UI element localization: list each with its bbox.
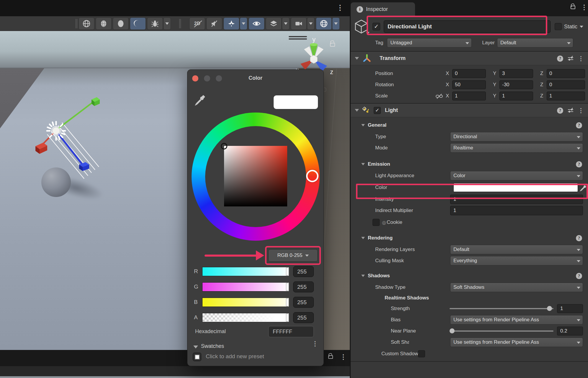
debug-mode-dropdown[interactable] (163, 17, 171, 30)
static-checkbox[interactable] (555, 23, 562, 30)
help-icon[interactable]: ? (557, 107, 563, 114)
light-appearance-dropdown[interactable]: Color (450, 171, 583, 180)
effects-dropdown[interactable] (240, 17, 247, 30)
panel-menu-kebab-icon[interactable]: ⋮ (340, 353, 347, 361)
constrain-proportions-icon[interactable] (436, 93, 443, 99)
audio-toggle-button[interactable] (206, 17, 222, 30)
strength-field[interactable]: 1 (557, 304, 583, 313)
alpha-value-field[interactable]: 255 (293, 312, 314, 323)
soft-shadows-quality-dropdown[interactable]: Use settings from Render Pipeline Ass (450, 338, 583, 347)
intensity-field[interactable]: 1 (450, 195, 583, 204)
shadows-section-header[interactable]: Shadows ? (351, 271, 588, 281)
red-slider-thumb[interactable] (286, 268, 289, 276)
scene-sphere-object[interactable] (41, 167, 71, 197)
general-section-header[interactable]: General ? (351, 120, 588, 130)
toolbar-drag-handle[interactable] (76, 19, 77, 28)
light-color-swatch[interactable] (453, 183, 578, 192)
light-enabled-checkbox[interactable]: ✓ (374, 107, 381, 114)
help-icon[interactable]: ? (576, 161, 582, 167)
help-icon[interactable]: ? (576, 122, 582, 128)
light-component-header[interactable]: ✓ Light ? ⋮ (351, 104, 588, 117)
layers-dropdown[interactable] (282, 17, 290, 30)
shadow-type-dropdown[interactable]: Soft Shadows (450, 283, 583, 292)
scale-x-field[interactable]: 1 (452, 92, 486, 100)
gameobject-name-field[interactable]: Directional Light (384, 20, 551, 33)
swatches-label[interactable]: Swatches (201, 343, 224, 349)
help-icon[interactable]: ? (576, 273, 582, 279)
presets-icon[interactable] (567, 107, 574, 114)
effects-toggle-button[interactable] (223, 17, 239, 30)
tab-inspector[interactable]: i Inspector (351, 2, 415, 16)
rotation-y-field[interactable]: -30 (499, 80, 533, 89)
saturation-value-square[interactable] (224, 146, 287, 206)
inspector-menu-kebab-icon[interactable]: ⋮ (581, 4, 587, 11)
swatches-foldout-icon[interactable] (193, 346, 198, 348)
transform-component-header[interactable]: Transform ? ⋮ (351, 52, 588, 65)
rotation-x-field[interactable]: 50 (452, 80, 486, 89)
inspector-lock-icon[interactable] (571, 6, 575, 9)
near-plane-field[interactable]: 0.2 (557, 327, 583, 335)
alpha-slider[interactable] (202, 313, 289, 322)
zoom-button[interactable] (216, 75, 222, 82)
cookie-checkbox[interactable] (373, 219, 380, 226)
eyedropper-tool-icon[interactable] (194, 94, 205, 106)
swatches-menu-kebab-icon[interactable]: ⋮ (312, 340, 318, 347)
2d-view-toggle-button[interactable]: 2D (189, 17, 205, 30)
scale-y-field[interactable]: 1 (499, 92, 533, 100)
rotation-z-field[interactable]: 0 (547, 80, 585, 89)
layers-button[interactable] (266, 17, 282, 30)
position-y-field[interactable]: 3 (499, 69, 533, 78)
hexadecimal-field[interactable]: FFFFFF (268, 326, 314, 337)
panel-lock-icon[interactable] (328, 355, 333, 359)
indirect-multiplier-field[interactable]: 1 (450, 206, 583, 215)
foldout-triangle-icon[interactable] (355, 57, 359, 60)
eyedropper-icon[interactable] (579, 184, 587, 191)
custom-shadow-layers-checkbox[interactable] (418, 350, 425, 357)
active-checkbox[interactable]: ✓ (373, 23, 380, 30)
alpha-slider-thumb[interactable] (286, 314, 289, 322)
debug-mode-button[interactable] (147, 17, 163, 30)
lighting-toggle-button[interactable] (130, 17, 146, 30)
scene-visibility-button[interactable] (249, 17, 264, 30)
red-slider[interactable] (202, 267, 289, 276)
near-plane-slider[interactable] (450, 330, 553, 332)
strength-slider-thumb[interactable] (547, 306, 552, 311)
bias-dropdown[interactable]: Use settings from Render Pipeline Ass (450, 315, 583, 325)
tag-dropdown[interactable]: Untagged (387, 38, 472, 48)
emission-section-header[interactable]: Emission ? (351, 159, 588, 169)
blue-slider-thumb[interactable] (286, 298, 289, 306)
hue-cursor[interactable] (306, 170, 318, 182)
rotation-lock-icon[interactable] (330, 43, 335, 47)
light-mode-dropdown[interactable]: Realtime (450, 143, 583, 153)
presets-icon[interactable] (567, 55, 574, 62)
camera-button[interactable] (291, 17, 307, 30)
blue-slider[interactable] (202, 298, 289, 307)
gameobject-cube-icon[interactable] (354, 18, 369, 35)
red-value-field[interactable]: 255 (293, 266, 314, 277)
blue-value-field[interactable]: 255 (293, 297, 314, 308)
kebab-menu-icon[interactable]: ⋮ (578, 56, 584, 62)
draw-mode-shaded-wireframe-button[interactable] (96, 17, 112, 30)
add-preset-button[interactable] (193, 353, 201, 361)
foldout-triangle-icon[interactable] (355, 109, 359, 112)
help-icon[interactable]: ? (576, 235, 582, 241)
green-slider[interactable] (202, 282, 289, 291)
help-icon[interactable]: ? (557, 56, 563, 62)
green-slider-thumb[interactable] (286, 283, 289, 291)
camera-dropdown[interactable] (307, 17, 315, 30)
minimize-button[interactable] (204, 75, 210, 82)
gizmos-dropdown[interactable] (332, 17, 340, 30)
scale-z-field[interactable]: 1 (547, 92, 585, 100)
scene-menu-kebab-icon[interactable]: ⋮ (337, 4, 344, 12)
color-mode-dropdown[interactable]: RGB 0-255 (268, 249, 318, 262)
foldout-triangle-icon[interactable] (361, 163, 365, 165)
saturation-value-cursor[interactable] (221, 143, 227, 149)
color-picker-dialog[interactable]: Color RGB 0-255 R 255 G 255 B 255 A 255 (187, 69, 324, 366)
position-x-field[interactable]: 0 (452, 69, 486, 78)
static-dropdown-arrow[interactable] (580, 26, 583, 28)
gizmos-toggle-button[interactable] (316, 17, 332, 30)
position-z-field[interactable]: 0 (547, 69, 585, 78)
strength-slider[interactable] (450, 308, 553, 309)
draw-mode-wireframe-button[interactable] (79, 17, 94, 30)
rendering-section-header[interactable]: Rendering ? (351, 233, 588, 243)
